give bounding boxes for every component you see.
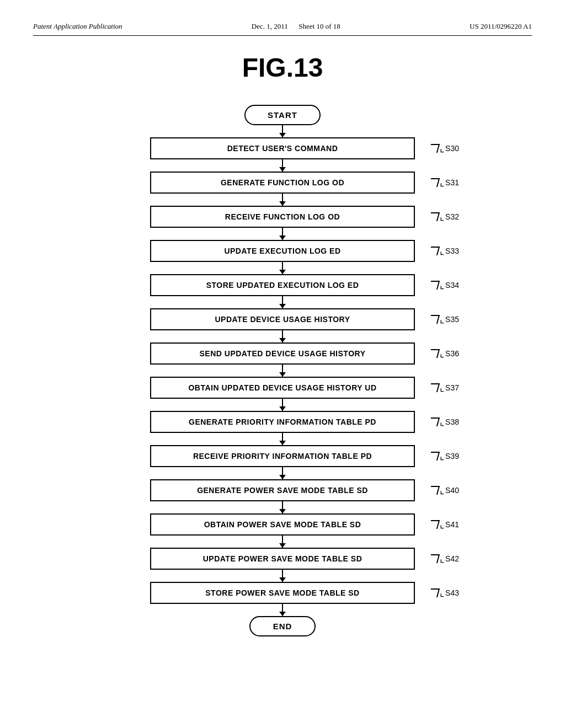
step-node-0: DETECT USER'S COMMAND — [150, 137, 415, 159]
step-label-1: ⌞S31 — [430, 178, 459, 188]
step-label-2: ⌞S32 — [430, 212, 459, 222]
header-sheet: Sheet 10 of 18 — [299, 22, 340, 30]
step-row-5: UPDATE DEVICE USAGE HISTORY ⌞S35 — [150, 308, 415, 330]
arrow-5 — [282, 296, 283, 308]
step-label-5: ⌞S35 — [430, 314, 459, 324]
step-row-12: UPDATE POWER SAVE MODE TABLE SD ⌞S42 — [150, 548, 415, 570]
step-node-10: GENERATE POWER SAVE MODE TABLE SD — [150, 479, 415, 501]
end-node: END — [249, 616, 316, 636]
step-row-8: GENERATE PRIORITY INFORMATION TABLE PD ⌞… — [150, 411, 415, 433]
arrow-14 — [282, 604, 283, 616]
arrow-0 — [282, 125, 283, 137]
step-row-11: OBTAIN POWER SAVE MODE TABLE SD ⌞S41 — [150, 513, 415, 536]
step-row-4: STORE UPDATED EXECUTION LOG ED ⌞S34 — [150, 274, 415, 296]
page-header: Patent Application Publication Dec. 1, 2… — [33, 22, 532, 36]
step-row-0: DETECT USER'S COMMAND ⌞S30 — [150, 137, 415, 159]
step-node-3: UPDATE EXECUTION LOG ED — [150, 240, 415, 262]
step-row-1: GENERATE FUNCTION LOG OD ⌞S31 — [150, 172, 415, 194]
step-label-3: ⌞S33 — [430, 246, 459, 256]
step-node-11: OBTAIN POWER SAVE MODE TABLE SD — [150, 513, 415, 536]
arrow-10 — [282, 467, 283, 479]
step-row-3: UPDATE EXECUTION LOG ED ⌞S33 — [150, 240, 415, 262]
step-node-7: OBTAIN UPDATED DEVICE USAGE HISTORY UD — [150, 377, 415, 399]
step-label-13: ⌞S43 — [430, 588, 459, 598]
step-label-9: ⌞S39 — [430, 451, 459, 461]
step-label-8: ⌞S38 — [430, 417, 459, 427]
arrow-8 — [282, 399, 283, 411]
flowchart: START DETECT USER'S COMMAND ⌞S30 GENERAT… — [33, 105, 532, 636]
step-node-5: UPDATE DEVICE USAGE HISTORY — [150, 308, 415, 330]
header-patent-number: US 2011/0296220 A1 — [470, 22, 532, 31]
step-row-13: STORE POWER SAVE MODE TABLE SD ⌞S43 — [150, 582, 415, 604]
step-node-4: STORE UPDATED EXECUTION LOG ED — [150, 274, 415, 296]
step-row-7: OBTAIN UPDATED DEVICE USAGE HISTORY UD ⌞… — [150, 377, 415, 399]
arrow-1 — [282, 159, 283, 172]
arrow-2 — [282, 194, 283, 206]
arrow-3 — [282, 228, 283, 240]
step-label-10: ⌞S40 — [430, 485, 459, 495]
arrow-6 — [282, 330, 283, 342]
step-label-11: ⌞S41 — [430, 520, 459, 529]
arrow-4 — [282, 262, 283, 274]
start-node: START — [244, 105, 321, 125]
step-node-12: UPDATE POWER SAVE MODE TABLE SD — [150, 548, 415, 570]
end-node-row: END — [249, 616, 316, 636]
step-row-10: GENERATE POWER SAVE MODE TABLE SD ⌞S40 — [150, 479, 415, 501]
step-label-12: ⌞S42 — [430, 554, 459, 564]
step-row-9: RECEIVE PRIORITY INFORMATION TABLE PD ⌞S… — [150, 445, 415, 467]
step-label-0: ⌞S30 — [430, 143, 459, 153]
step-node-2: RECEIVE FUNCTION LOG OD — [150, 206, 415, 228]
step-node-6: SEND UPDATED DEVICE USAGE HISTORY — [150, 342, 415, 365]
figure-title: FIG.13 — [33, 52, 532, 83]
page: Patent Application Publication Dec. 1, 2… — [0, 0, 565, 728]
step-node-9: RECEIVE PRIORITY INFORMATION TABLE PD — [150, 445, 415, 467]
arrow-11 — [282, 501, 283, 513]
step-node-1: GENERATE FUNCTION LOG OD — [150, 172, 415, 194]
header-publication: Patent Application Publication — [33, 22, 122, 31]
step-label-6: ⌞S36 — [430, 349, 459, 358]
arrow-9 — [282, 433, 283, 445]
step-label-4: ⌞S34 — [430, 280, 459, 290]
step-node-13: STORE POWER SAVE MODE TABLE SD — [150, 582, 415, 604]
step-row-6: SEND UPDATED DEVICE USAGE HISTORY ⌞S36 — [150, 342, 415, 365]
step-row-2: RECEIVE FUNCTION LOG OD ⌞S32 — [150, 206, 415, 228]
step-node-8: GENERATE PRIORITY INFORMATION TABLE PD — [150, 411, 415, 433]
header-date-sheet: Dec. 1, 2011 Sheet 10 of 18 — [252, 22, 340, 31]
arrow-12 — [282, 536, 283, 548]
arrow-7 — [282, 365, 283, 377]
step-label-7: ⌞S37 — [430, 383, 459, 393]
arrow-13 — [282, 570, 283, 582]
start-node-row: START — [244, 105, 321, 125]
header-date: Dec. 1, 2011 — [252, 22, 288, 30]
